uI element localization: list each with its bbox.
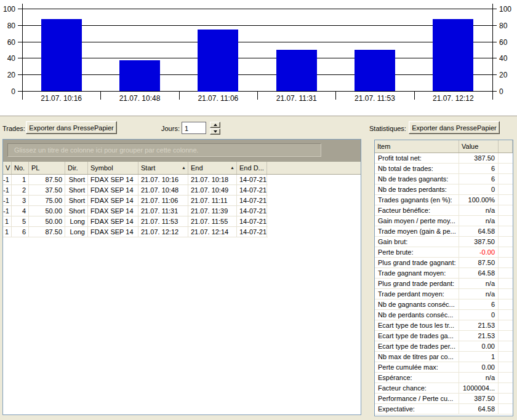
trades-cell: -1 [3,196,12,205]
stats-row: Profit total net:387.50 [375,153,513,164]
trades-row[interactable]: -1187.50ShortFDAX SEP 1421.07. 10:1621.0… [3,175,268,185]
svg-text:100: 100 [3,5,15,14]
trades-header-cell[interactable]: End▲ [188,162,237,174]
trades-cell: 21.07. 10:49 [188,185,237,195]
stats-value-cell: 21.53 [459,320,499,330]
export-trades-button[interactable]: Exporter dans PressePapier [26,121,117,134]
svg-text:100: 100 [499,5,511,14]
trades-grid: Glissez un titre de colonne ici pour gro… [2,139,361,415]
stats-value-cell: 387.50 [459,394,499,403]
stats-item-cell: Trade perdant moyen: [375,289,459,299]
trades-header-label: Symbol [90,164,113,172]
stats-row-filler [499,394,513,403]
stats-row: Ecart type de trades ga...21.53 [375,331,513,341]
export-stats-button[interactable]: Exporter dans PressePapier [409,121,500,134]
trades-cell: 6 [12,227,29,237]
stats-row-filler [499,153,513,163]
trades-cell: 14-07-21 [237,196,267,205]
trades-rows: -1187.50ShortFDAX SEP 1421.07. 10:1621.0… [3,175,361,237]
spin-down-icon [214,130,217,133]
trades-cell: 1 [3,216,12,226]
stats-row: Plus grand trade perdant:n/a [375,279,513,289]
svg-text:60: 60 [499,38,508,47]
trades-row[interactable]: -1237.50ShortFDAX SEP 1421.07. 10:4821.0… [3,185,268,196]
trades-cell: 5 [12,216,29,226]
stats-item-cell: Nb de gagnants conséc... [375,299,459,309]
trades-row[interactable]: 1550.00LongFDAX SEP 1421.07. 11:5321.07.… [3,216,268,227]
stats-row-filler [499,216,513,226]
trades-cell: 21.07. 11:31 [138,206,188,216]
trades-header-cell[interactable]: End D... [237,162,267,174]
stats-value-cell: 64.58 [459,226,499,236]
trades-cell: 14-07-21 [237,227,267,237]
jours-spin-down-button[interactable] [210,129,220,135]
stats-row-filler [499,205,513,215]
stats-row-filler [499,226,513,236]
trades-header-cell[interactable]: Dir. [65,162,88,174]
trades-header-label: PL [31,164,39,172]
trades-header-cell[interactable]: No. [12,162,29,174]
stats-value-cell: 87.50 [459,258,499,267]
stats-row-filler [499,362,513,372]
stats-item-cell: Perte brute: [375,247,459,257]
trades-header-label: Dir. [68,164,78,172]
jours-input[interactable] [182,122,206,134]
stats-row-filler [499,310,513,320]
sort-asc-icon: ▲ [182,165,186,170]
stats-row: Nb de trades perdants:0 [375,184,513,195]
stats-row-filler [499,383,513,393]
trades-cell: 21.07. 11:39 [188,206,237,216]
trades-header-cell[interactable]: V [3,162,12,174]
trades-header-cell[interactable]: Start▲ [138,162,188,174]
stats-header-cell: Item [375,140,459,153]
stats-item-cell: Facteur bénéfice: [375,205,459,215]
stats-value-cell: n/a [459,205,499,215]
trades-header-label: V [6,164,10,172]
trades-row[interactable]: -1450.00ShortFDAX SEP 1421.07. 11:3121.0… [3,206,268,216]
group-by-bar[interactable]: Glissez un titre de colonne ici pour gro… [3,140,361,162]
stats-value-cell: 1000004... [459,383,499,393]
svg-text:40: 40 [7,54,16,63]
stats-row: Gain moyen / perte moy...n/a [375,216,513,226]
stats-value-cell: 6 [459,174,499,184]
stats-row: Ecart type de tous les tr...21.53 [375,320,513,331]
stats-value-cell: 64.58 [459,404,499,414]
stats-value-cell: n/a [459,373,499,382]
trades-label: Trades: [2,125,25,132]
stats-row: Gain brut:387.50 [375,237,513,247]
stats-value-cell: 21.53 [459,331,499,341]
trades-header-cell[interactable]: PL [29,162,65,174]
stats-row-filler [499,268,513,278]
jours-label: Jours: [161,125,180,132]
trades-header-cell[interactable]: Symbol [88,162,138,174]
stats-item-cell: Profit total net: [375,153,459,163]
stats-header-cell: Value [459,140,499,153]
trades-cell: Long [65,227,88,237]
trades-cell: 2 [12,185,29,195]
trades-row[interactable]: 1687.50LongFDAX SEP 1421.07. 12:1221.07.… [3,227,268,237]
trades-cell: 14-07-21 [237,185,267,195]
stats-item-cell: Nb de trades perdants: [375,184,459,194]
stats-row: Nb total de trades:6 [375,164,513,174]
trades-cell: Short [65,185,88,195]
jours-spin-up-button[interactable] [210,122,220,128]
stats-item-cell: Ecart type de tous les tr... [375,320,459,330]
stats-row-filler [499,320,513,330]
svg-text:80: 80 [7,22,16,30]
trades-cell: FDAX SEP 14 [88,185,138,195]
trades-row[interactable]: -1375.00ShortFDAX SEP 1421.07. 11:0621.0… [3,196,268,206]
stats-row: Ecart type de trades per...0.00 [375,341,513,352]
jours-spinner [210,122,220,135]
trades-cell: 87.50 [29,175,65,184]
stats-value-cell: 100.00% [459,195,499,205]
pl-bar-chart-svg: 00202040406060808010010021.07. 10:1621.0… [0,0,517,116]
trades-cell: 1 [12,175,29,184]
trades-cell: FDAX SEP 14 [88,216,138,226]
trades-cell: 21.07. 11:55 [188,216,237,226]
stats-row: Perte brute:-0.00 [375,247,513,258]
stats-row-filler [499,184,513,194]
stats-value-cell: 0.00 [459,341,499,351]
stats-row: Nb max de titres par co...1 [375,352,513,362]
trades-cell: FDAX SEP 14 [88,227,138,237]
trades-cell: 21.07. 12:12 [138,227,188,237]
